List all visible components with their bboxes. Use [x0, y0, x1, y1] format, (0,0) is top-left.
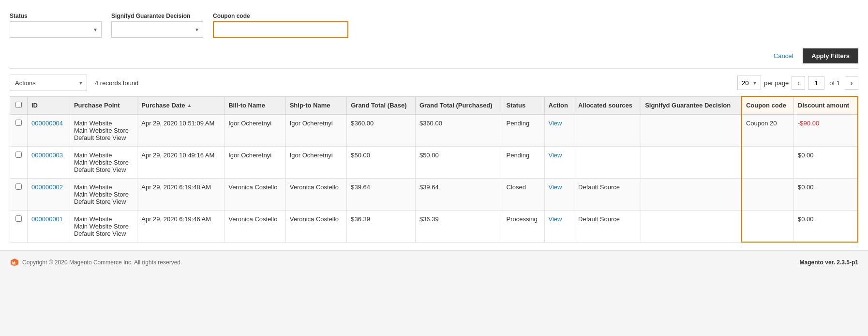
footer-version: Magento ver. 2.3.5-p1 [800, 259, 858, 266]
records-found-label: 4 records found [95, 79, 138, 87]
row-purchase-date: Apr 29, 2020 10:51:09 AM [137, 114, 224, 146]
row-purchase-point: Main WebsiteMain Website StoreDefault St… [70, 146, 137, 178]
row-purchase-date: Apr 29, 2020 10:49:16 AM [137, 146, 224, 178]
toolbar-right: 20 ▼ per page ‹ of 1 › [737, 76, 858, 90]
col-header-status: Status [502, 96, 544, 114]
toolbar-row: Actions ▼ 4 records found 20 ▼ per page … [10, 69, 858, 96]
coupon-code-input[interactable] [213, 21, 348, 38]
col-header-discount-amount: Discount amount [794, 96, 858, 114]
row-action[interactable]: View [544, 146, 574, 178]
filter-row: Status ▼ Signifyd Guarantee Decision ▼ C… [10, 8, 858, 46]
row-coupon-code [742, 146, 794, 178]
table-row: 000000003Main WebsiteMain Website StoreD… [10, 146, 858, 178]
row-grand-total-purchased: $39.64 [415, 178, 502, 210]
coupon-filter-group: Coupon code [213, 13, 348, 38]
row-status: Pending [502, 146, 544, 178]
col-header-grand-total-purchased: Grand Total (Purchased) [415, 96, 502, 114]
status-filter-label: Status [10, 13, 102, 19]
row-purchase-point: Main WebsiteMain Website StoreDefault St… [70, 178, 137, 210]
row-grand-total-base: $50.00 [347, 146, 416, 178]
col-header-purchase-date[interactable]: Purchase Date ▲ [137, 96, 224, 114]
signifyd-filter-label: Signifyd Guarantee Decision [111, 13, 203, 19]
row-bill-to-name: Veronica Costello [224, 210, 286, 242]
select-all-checkbox[interactable] [15, 102, 22, 108]
signifyd-select[interactable] [111, 21, 203, 38]
actions-select[interactable]: Actions [10, 75, 87, 91]
total-pages-label: of 1 [827, 79, 842, 87]
col-header-bill-to-name: Bill-to Name [224, 96, 286, 114]
row-grand-total-purchased: $36.39 [415, 210, 502, 242]
row-status: Pending [502, 114, 544, 146]
row-signifyd [641, 178, 742, 210]
row-action[interactable]: View [544, 210, 574, 242]
row-action[interactable]: View [544, 114, 574, 146]
row-grand-total-purchased: $50.00 [415, 146, 502, 178]
row-checkbox[interactable] [15, 152, 22, 158]
per-page-select[interactable]: 20 [737, 76, 761, 90]
magento-logo-icon: M [10, 258, 19, 267]
per-page-label: per page [764, 79, 789, 87]
table-row: 000000002Main WebsiteMain Website StoreD… [10, 178, 858, 210]
row-id[interactable]: 000000001 [28, 210, 70, 242]
row-grand-total-base: $360.00 [347, 114, 416, 146]
coupon-filter-label: Coupon code [213, 13, 348, 19]
col-header-grand-total-base: Grand Total (Base) [347, 96, 416, 114]
signifyd-select-wrap: ▼ [111, 21, 203, 38]
row-bill-to-name: Veronica Costello [224, 178, 286, 210]
page-number-input[interactable] [808, 76, 824, 90]
row-action[interactable]: View [544, 178, 574, 210]
col-header-id: ID [28, 96, 70, 114]
row-bill-to-name: Igor Ocheretnyi [224, 146, 286, 178]
row-coupon-code [742, 178, 794, 210]
row-id[interactable]: 000000004 [28, 114, 70, 146]
row-purchase-point: Main WebsiteMain Website StoreDefault St… [70, 114, 137, 146]
row-bill-to-name: Igor Ocheretnyi [224, 114, 286, 146]
page-footer: M Copyright © 2020 Magento Commerce Inc.… [0, 250, 868, 274]
row-status: Processing [502, 210, 544, 242]
row-checkbox[interactable] [15, 215, 22, 222]
status-filter-group: Status ▼ [10, 13, 102, 38]
apply-filters-button[interactable]: Apply Filters [803, 48, 858, 63]
purchase-date-sort-icon: ▲ [187, 103, 192, 108]
prev-page-button[interactable]: ‹ [792, 76, 805, 90]
table-row: 000000001Main WebsiteMain Website StoreD… [10, 210, 858, 242]
row-coupon-code [742, 210, 794, 242]
filter-action-row: Cancel Apply Filters [10, 46, 858, 69]
row-ship-to-name: Igor Ocheretnyi [285, 146, 347, 178]
col-header-allocated-sources: Allocated sources [574, 96, 641, 114]
col-header-signifyd: Signifyd Guarantee Decision [641, 96, 742, 114]
next-page-button[interactable]: › [845, 76, 858, 90]
row-id[interactable]: 000000002 [28, 178, 70, 210]
row-purchase-date: Apr 29, 2020 6:19:48 AM [137, 178, 224, 210]
signifyd-filter-group: Signifyd Guarantee Decision ▼ [111, 13, 203, 38]
row-purchase-point: Main WebsiteMain Website StoreDefault St… [70, 210, 137, 242]
row-signifyd [641, 210, 742, 242]
svg-text:M: M [12, 260, 15, 265]
row-status: Closed [502, 178, 544, 210]
row-checkbox-cell [10, 210, 28, 242]
footer-copyright: M Copyright © 2020 Magento Commerce Inc.… [10, 258, 182, 267]
status-select-wrap: ▼ [10, 21, 102, 38]
row-discount-amount: $0.00 [794, 146, 858, 178]
orders-table: ID Purchase Point Purchase Date ▲ Bill-t… [10, 96, 858, 243]
row-checkbox-cell [10, 146, 28, 178]
status-select[interactable] [10, 21, 102, 38]
cancel-button[interactable]: Cancel [769, 49, 798, 62]
row-checkbox[interactable] [15, 120, 22, 126]
row-checkbox[interactable] [15, 183, 22, 190]
per-page-select-wrap: 20 ▼ [737, 76, 761, 90]
col-header-ship-to-name: Ship-to Name [285, 96, 347, 114]
row-grand-total-base: $36.39 [347, 210, 416, 242]
row-checkbox-cell [10, 114, 28, 146]
row-signifyd [641, 146, 742, 178]
row-grand-total-base: $39.64 [347, 178, 416, 210]
row-allocated-sources: Default Source [574, 178, 641, 210]
row-id[interactable]: 000000003 [28, 146, 70, 178]
toolbar-left: Actions ▼ 4 records found [10, 75, 138, 91]
row-discount-amount: -$90.00 [794, 114, 858, 146]
row-discount-amount: $0.00 [794, 178, 858, 210]
row-coupon-code: Coupon 20 [742, 114, 794, 146]
actions-select-wrap: Actions ▼ [10, 75, 87, 91]
row-discount-amount: $0.00 [794, 210, 858, 242]
select-all-checkbox-header[interactable] [10, 96, 28, 114]
